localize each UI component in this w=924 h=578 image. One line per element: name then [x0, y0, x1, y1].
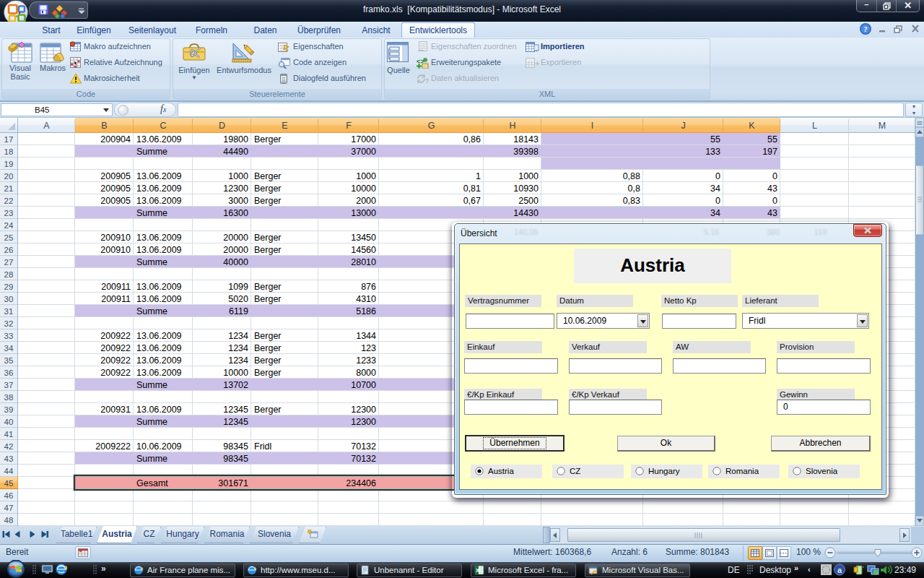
svg-text:»: » [101, 564, 106, 574]
svg-text:19800: 19800 [223, 134, 248, 144]
svg-text:200922: 200922 [100, 355, 131, 366]
svg-text:200910: 200910 [100, 233, 131, 243]
svg-text:10.06.2009: 10.06.2009 [136, 441, 182, 452]
svg-text:Summe: Summe [136, 306, 167, 316]
svg-text:14430: 14430 [513, 208, 539, 218]
svg-text:Berger: Berger [254, 184, 282, 194]
svg-text:0,83: 0,83 [623, 196, 640, 206]
svg-text:55: 55 [710, 134, 720, 144]
svg-text:Summe: Summe [136, 208, 167, 218]
svg-text:31: 31 [4, 307, 14, 316]
svg-text:1000: 1000 [228, 171, 248, 181]
svg-text:Summe: Summe [136, 380, 167, 390]
svg-text:0,8: 0,8 [628, 184, 640, 194]
svg-text:33: 33 [4, 332, 14, 340]
svg-text:Berger: Berger [254, 196, 282, 206]
svg-text:12345: 12345 [223, 417, 248, 427]
svg-text:13.06.2009: 13.06.2009 [136, 282, 182, 292]
svg-text:12300: 12300 [351, 417, 376, 427]
svg-text:0: 0 [772, 196, 777, 206]
svg-text:Fridl: Fridl [254, 441, 271, 452]
svg-text:197: 197 [762, 147, 777, 157]
svg-text:10000: 10000 [223, 368, 248, 378]
svg-text:42: 42 [4, 442, 14, 451]
svg-text:29: 29 [4, 282, 14, 291]
svg-text:Berger: Berger [254, 233, 282, 243]
svg-text:37: 37 [4, 381, 14, 389]
svg-text:200905: 200905 [100, 171, 131, 181]
svg-text:13.06.2009: 13.06.2009 [136, 171, 182, 181]
svg-text:Berger: Berger [254, 171, 282, 181]
svg-text:Berger: Berger [254, 331, 282, 341]
svg-text:1234: 1234 [228, 331, 248, 341]
svg-text:Summe: Summe [136, 257, 167, 267]
svg-text:1099: 1099 [228, 282, 248, 292]
svg-text:47: 47 [4, 504, 14, 512]
svg-text:1233: 1233 [356, 355, 376, 366]
svg-text:36: 36 [4, 368, 14, 377]
svg-text:13.06.2009: 13.06.2009 [136, 184, 182, 194]
svg-text:1000: 1000 [518, 171, 539, 181]
svg-text:10700: 10700 [351, 380, 376, 390]
svg-text:17000: 17000 [351, 134, 376, 144]
svg-text:39398: 39398 [513, 147, 539, 157]
svg-text:34: 34 [710, 208, 720, 218]
svg-text:13.06.2009: 13.06.2009 [136, 245, 182, 255]
svg-text:E: E [282, 121, 287, 131]
svg-text:2009222: 2009222 [95, 441, 131, 452]
svg-text:13000: 13000 [351, 208, 376, 218]
svg-text:Berger: Berger [254, 355, 282, 366]
svg-text:34: 34 [4, 344, 14, 353]
svg-text:13.06.2009: 13.06.2009 [136, 355, 182, 366]
svg-text:35: 35 [4, 356, 14, 365]
svg-text:234406: 234406 [346, 478, 376, 488]
svg-text:14560: 14560 [351, 245, 376, 255]
svg-text:?: ? [425, 77, 429, 85]
svg-text:G: G [428, 121, 435, 131]
svg-text:0,86: 0,86 [463, 134, 481, 144]
svg-text:22: 22 [4, 197, 14, 205]
svg-text:Summe: Summe [136, 147, 167, 157]
svg-text:3000: 3000 [228, 196, 248, 206]
svg-text:38: 38 [4, 393, 14, 402]
svg-text:6119: 6119 [229, 306, 248, 316]
svg-text:1: 1 [476, 171, 481, 181]
svg-text:16300: 16300 [223, 208, 248, 218]
svg-text:J: J [681, 121, 685, 131]
svg-text:13.06.2009: 13.06.2009 [136, 343, 182, 353]
svg-text:200922: 200922 [100, 368, 131, 378]
svg-text:12300: 12300 [351, 405, 376, 415]
svg-text:98345: 98345 [223, 454, 248, 464]
svg-text:21: 21 [4, 184, 14, 193]
svg-text:23: 23 [4, 209, 14, 217]
svg-text:13.06.2009: 13.06.2009 [136, 134, 182, 144]
svg-text:Berger: Berger [254, 368, 282, 378]
svg-text:200911: 200911 [101, 294, 131, 304]
svg-text:30: 30 [4, 295, 14, 303]
svg-text:8000: 8000 [356, 368, 376, 378]
svg-text:20: 20 [4, 172, 14, 181]
svg-text:A: A [43, 121, 50, 131]
svg-text:Berger: Berger [254, 343, 282, 353]
svg-text:Summe: Summe [136, 454, 167, 464]
svg-text:70132: 70132 [351, 454, 376, 464]
svg-text:40000: 40000 [223, 257, 248, 267]
svg-text:18: 18 [4, 147, 14, 156]
svg-text:200904: 200904 [100, 134, 131, 144]
svg-text:0,67: 0,67 [463, 196, 481, 206]
svg-text:200931: 200931 [100, 405, 131, 415]
svg-text:200922: 200922 [100, 343, 131, 353]
svg-text:20000: 20000 [223, 245, 248, 255]
svg-text:5020: 5020 [228, 294, 248, 304]
svg-text:Berger: Berger [254, 134, 282, 144]
svg-text:44490: 44490 [223, 147, 248, 157]
svg-text:876: 876 [361, 282, 376, 292]
svg-text:L: L [812, 121, 817, 131]
svg-text:37000: 37000 [351, 147, 376, 157]
svg-text:123: 123 [361, 343, 376, 353]
svg-text:Berger: Berger [254, 282, 282, 292]
svg-text:C: C [160, 121, 166, 131]
svg-text:46: 46 [4, 491, 14, 500]
svg-text:1000: 1000 [356, 171, 376, 181]
svg-text:133: 133 [705, 147, 720, 157]
